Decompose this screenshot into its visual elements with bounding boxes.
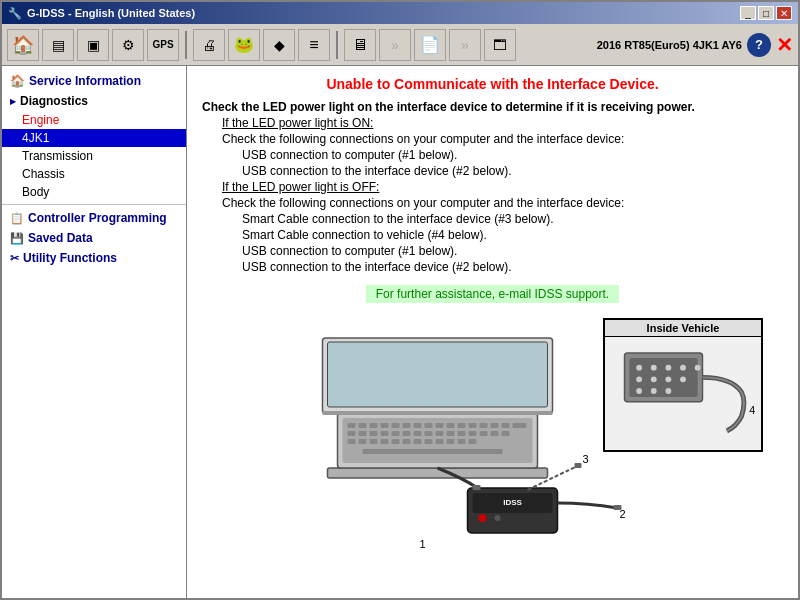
led-off-line4: USB connection to computer (#1 below). xyxy=(202,244,783,258)
svg-rect-38 xyxy=(392,439,400,444)
titlebar-text: G-IDSS - English (United States) xyxy=(27,7,195,19)
assistance-link[interactable]: For further assistance, e-mail IDSS supp… xyxy=(366,285,619,303)
svg-point-67 xyxy=(665,365,671,371)
svg-rect-27 xyxy=(436,431,444,436)
diamond-button[interactable]: ◆ xyxy=(263,29,295,61)
svg-rect-32 xyxy=(491,431,499,436)
led-on-label: If the LED power light is ON: xyxy=(202,116,783,130)
utility-label: Utility Functions xyxy=(23,251,117,265)
svg-rect-9 xyxy=(414,423,422,428)
svg-point-74 xyxy=(636,388,642,394)
svg-rect-12 xyxy=(447,423,455,428)
svg-rect-29 xyxy=(458,431,466,436)
sidebar-item-4jk1[interactable]: 4JK1 xyxy=(2,129,186,147)
svg-rect-45 xyxy=(469,439,477,444)
saved-label: Saved Data xyxy=(28,231,93,245)
frog-button[interactable]: 🐸 xyxy=(228,29,260,61)
svg-rect-3 xyxy=(348,423,356,428)
vehicle-info: 2016 RT85(Euro5) 4JK1 AY6 ? ✕ xyxy=(597,33,793,57)
minimize-button[interactable]: _ xyxy=(740,6,756,20)
close-button[interactable]: ✕ xyxy=(776,6,792,20)
led-off-line3: Smart Cable connection to vehicle (#4 be… xyxy=(202,228,783,242)
svg-point-73 xyxy=(680,376,686,382)
svg-rect-13 xyxy=(458,423,466,428)
print-button[interactable]: 🖨 xyxy=(193,29,225,61)
diagram-area: IDSS 1 2 3 xyxy=(202,318,783,568)
sidebar-item-chassis[interactable]: Chassis xyxy=(2,165,186,183)
sidebar-item-saved-data[interactable]: 💾 Saved Data xyxy=(2,228,186,248)
sidebar-item-utility[interactable]: ✂ Utility Functions xyxy=(2,248,186,268)
diagnostics-icon: ▸ xyxy=(10,95,16,108)
vehicle-connector-diagram: 4 xyxy=(605,337,761,447)
svg-rect-15 xyxy=(480,423,488,428)
svg-point-76 xyxy=(665,388,671,394)
gps-button[interactable]: GPS xyxy=(147,29,179,61)
sidebar-divider1 xyxy=(2,204,186,205)
svg-rect-28 xyxy=(447,431,455,436)
led-on-line1: Check the following connections on your … xyxy=(202,132,783,146)
svg-rect-39 xyxy=(403,439,411,444)
svg-rect-24 xyxy=(403,431,411,436)
svg-point-72 xyxy=(665,376,671,382)
sidebar-item-transmission[interactable]: Transmission xyxy=(2,147,186,165)
svg-rect-31 xyxy=(480,431,488,436)
svg-point-69 xyxy=(695,365,701,371)
monitor-button[interactable]: 🖥 xyxy=(344,29,376,61)
utility-icon: ✂ xyxy=(10,252,19,265)
svg-text:2: 2 xyxy=(619,508,625,520)
arrows-button[interactable]: » xyxy=(379,29,411,61)
sidebar-item-diagnostics[interactable]: ▸ Diagnostics xyxy=(2,91,186,111)
service-info-icon: 🏠 xyxy=(10,74,25,88)
body-label: Body xyxy=(22,185,49,199)
exit-button[interactable]: ✕ xyxy=(776,33,793,57)
controller-icon: 📋 xyxy=(10,212,24,225)
svg-rect-21 xyxy=(370,431,378,436)
content-area: Unable to Communicate with the Interface… xyxy=(187,66,798,598)
settings-button[interactable]: ⚙ xyxy=(112,29,144,61)
svg-point-66 xyxy=(651,365,657,371)
file-button[interactable]: 📄 xyxy=(414,29,446,61)
svg-point-65 xyxy=(636,365,642,371)
led-off-label: If the LED power light is OFF: xyxy=(202,180,783,194)
saved-icon: 💾 xyxy=(10,232,24,245)
svg-rect-41 xyxy=(425,439,433,444)
lines-button[interactable]: ≡ xyxy=(298,29,330,61)
svg-rect-20 xyxy=(359,431,367,436)
toolbar: 🏠 ▤ ▣ ⚙ GPS 🖨 🐸 ◆ ≡ 🖥 » 📄 » 🗔 2016 RT85(… xyxy=(2,24,798,66)
chassis-label: Chassis xyxy=(22,167,65,181)
arrows2-button[interactable]: » xyxy=(449,29,481,61)
view1-button[interactable]: ▤ xyxy=(42,29,74,61)
svg-rect-57 xyxy=(473,485,481,490)
sidebar-item-service-info[interactable]: 🏠 Service Information xyxy=(2,71,186,91)
check-led-text: Check the LED power light on the interfa… xyxy=(202,100,783,114)
svg-rect-35 xyxy=(359,439,367,444)
svg-text:4: 4 xyxy=(749,404,755,416)
sidebar-item-engine[interactable]: Engine xyxy=(2,111,186,129)
svg-rect-40 xyxy=(414,439,422,444)
svg-rect-59 xyxy=(575,463,582,468)
svg-rect-48 xyxy=(328,342,548,407)
help-button[interactable]: ? xyxy=(747,33,771,57)
window-button[interactable]: 🗔 xyxy=(484,29,516,61)
app-icon: 🔧 xyxy=(8,7,22,20)
sidebar-item-body[interactable]: Body xyxy=(2,183,186,201)
svg-rect-44 xyxy=(458,439,466,444)
svg-rect-43 xyxy=(447,439,455,444)
svg-rect-8 xyxy=(403,423,411,428)
led-off-line2: Smart Cable connection to the interface … xyxy=(202,212,783,226)
maximize-button[interactable]: □ xyxy=(758,6,774,20)
separator1 xyxy=(185,31,187,59)
diagnostics-label: Diagnostics xyxy=(20,94,88,108)
view2-button[interactable]: ▣ xyxy=(77,29,109,61)
svg-rect-36 xyxy=(370,439,378,444)
titlebar-buttons: _ □ ✕ xyxy=(740,6,792,20)
svg-rect-46 xyxy=(363,449,503,454)
svg-rect-37 xyxy=(381,439,389,444)
sidebar-item-controller[interactable]: 📋 Controller Programming xyxy=(2,208,186,228)
main-layout: 🏠 Service Information ▸ Diagnostics Engi… xyxy=(2,66,798,598)
home-button[interactable]: 🏠 xyxy=(7,29,39,61)
svg-rect-51 xyxy=(323,411,553,415)
sidebar: 🏠 Service Information ▸ Diagnostics Engi… xyxy=(2,66,187,598)
svg-rect-5 xyxy=(370,423,378,428)
svg-point-56 xyxy=(495,515,501,521)
